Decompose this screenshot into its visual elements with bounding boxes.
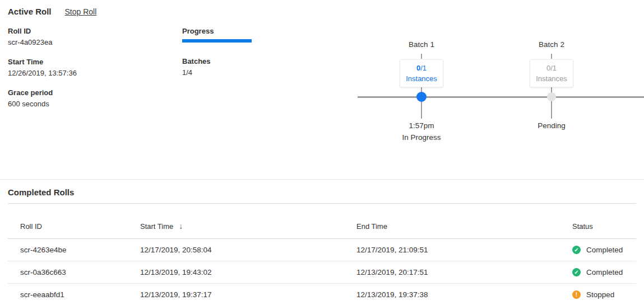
cell-start-time: 12/17/2019, 20:58:04 xyxy=(140,246,356,254)
start-time-label: Start Time xyxy=(8,57,176,68)
completed-rolls-title: Completed Rolls xyxy=(8,187,644,197)
cell-start-time: 12/13/2019, 19:37:17 xyxy=(140,290,356,299)
roll-id-value: scr-4a0923ea xyxy=(8,37,176,48)
batch-1-instance-count: 0/1 xyxy=(400,63,443,73)
status-label: Stopped xyxy=(586,290,614,299)
active-roll-header: Active Roll Stop Roll xyxy=(8,7,96,16)
table-row: scr-eeaabfd1 12/13/2019, 19:37:17 12/13/… xyxy=(8,284,636,305)
cell-start-time: 12/13/2019, 19:43:02 xyxy=(140,268,356,276)
roll-id-label: Roll ID xyxy=(8,26,176,37)
sort-descending-icon[interactable]: ↓ xyxy=(179,222,183,231)
column-header-roll-id[interactable]: Roll ID xyxy=(20,222,140,231)
completed-rolls-table: Roll ID Start Time ↓ End Time Status scr… xyxy=(8,204,636,305)
cell-status: ✓ Completed xyxy=(572,268,636,276)
batch-timeline: Batch 1 0/1 Instances 1:57pm In Progress… xyxy=(358,39,644,148)
batch-1-timeline-dot xyxy=(416,92,427,102)
start-time-value: 12/26/2019, 13:57:36 xyxy=(8,68,176,79)
batch-2-tick xyxy=(551,54,552,59)
grace-period-value: 600 seconds xyxy=(8,98,176,110)
stop-roll-link[interactable]: Stop Roll xyxy=(65,7,97,16)
progress-label: Progress xyxy=(182,26,272,37)
batch-2-timeline-dot xyxy=(547,92,556,101)
progress-bar-fill xyxy=(182,39,252,43)
cell-roll-id: scr-4263e4be xyxy=(20,246,140,254)
table-row: scr-0a36c663 12/13/2019, 19:43:02 12/13/… xyxy=(8,261,636,284)
cell-status: ✓ Completed xyxy=(572,246,636,254)
alert-circle-icon: ! xyxy=(572,290,581,299)
check-circle-icon: ✓ xyxy=(572,268,581,276)
status-label: Completed xyxy=(586,268,623,276)
batch-1-name: Batch 1 xyxy=(409,40,434,49)
active-roll-section: Active Roll Stop Roll Roll ID scr-4a0923… xyxy=(0,0,644,179)
grace-period-field: Grace period 600 seconds xyxy=(8,87,176,110)
batch-1-connector xyxy=(421,86,422,119)
cell-end-time: 12/13/2019, 20:17:51 xyxy=(356,268,572,276)
table-row: scr-4263e4be 12/17/2019, 20:58:04 12/17/… xyxy=(8,239,636,261)
completed-rolls-section: Completed Rolls Roll ID Start Time ↓ End… xyxy=(0,187,644,305)
batch-1-tick xyxy=(421,54,422,59)
progress-panel: Progress Batches 1/4 xyxy=(182,26,272,78)
batch-2-instances-card[interactable]: 0/1 Instances xyxy=(530,59,573,87)
cell-roll-id: scr-eeaabfd1 xyxy=(20,290,140,299)
grace-period-label: Grace period xyxy=(8,87,176,98)
batch-2-status: Pending xyxy=(538,121,566,130)
batch-1-time: 1:57pm xyxy=(409,121,434,130)
column-header-end-time[interactable]: End Time xyxy=(356,222,572,231)
batch-2-name: Batch 2 xyxy=(539,40,564,49)
batch-2-instances-label: Instances xyxy=(530,73,573,84)
cell-end-time: 12/17/2019, 21:09:51 xyxy=(356,246,572,254)
cell-end-time: 12/13/2019, 19:37:38 xyxy=(356,290,572,299)
table-header-row: Roll ID Start Time ↓ End Time Status xyxy=(8,204,636,239)
batch-1-instances-label: Instances xyxy=(400,73,443,84)
batch-1-status: In Progress xyxy=(402,133,441,142)
roll-details: Roll ID scr-4a0923ea Start Time 12/26/20… xyxy=(8,26,176,118)
column-header-status[interactable]: Status xyxy=(572,222,636,231)
progress-bar xyxy=(182,39,252,43)
roll-id-field: Roll ID scr-4a0923ea xyxy=(8,26,176,48)
batch-2-instance-count: 0/1 xyxy=(530,63,573,73)
batches-label: Batches xyxy=(182,56,272,67)
timeline-line xyxy=(358,96,644,98)
cell-status: ! Stopped xyxy=(572,290,636,299)
column-header-start-time[interactable]: Start Time ↓ xyxy=(140,222,356,231)
cell-roll-id: scr-0a36c663 xyxy=(20,268,140,276)
batches-value: 1/4 xyxy=(182,67,272,78)
active-roll-title: Active Roll xyxy=(8,7,52,16)
check-circle-icon: ✓ xyxy=(572,246,581,254)
section-divider xyxy=(0,179,644,180)
batch-1-instances-card[interactable]: 0/1 Instances xyxy=(400,59,443,87)
status-label: Completed xyxy=(586,246,623,254)
batch-2-connector xyxy=(551,86,552,119)
start-time-field: Start Time 12/26/2019, 13:57:36 xyxy=(8,57,176,79)
